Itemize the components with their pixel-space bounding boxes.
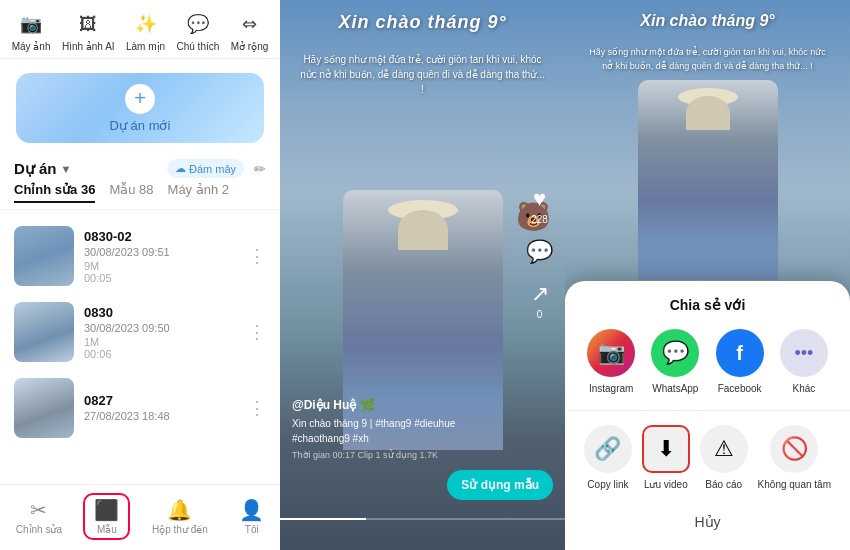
progress-fill xyxy=(280,518,366,520)
user-icon: 👤 xyxy=(239,498,264,522)
project-header: Dự án ▼ ☁ Đám mây ✏ xyxy=(0,153,280,182)
tab-edit[interactable]: Chỉnh sửa 36 xyxy=(14,182,95,203)
nav-inbox[interactable]: 🔔 Hộp thư đến xyxy=(142,494,218,539)
share-count: 0 xyxy=(537,309,543,320)
right-overlay-subtitle: Hãy sống như một đứa trẻ, cười giòn tan … xyxy=(585,46,830,73)
like-count: 228 xyxy=(531,214,548,225)
nav-edit-label: Chỉnh sửa xyxy=(16,524,62,535)
cancel-button[interactable]: Hủy xyxy=(579,506,836,530)
hashtags: Xin chào tháng 9 | #thang9 #dieuhue #cha… xyxy=(292,416,515,446)
heart-icon: ♥ xyxy=(533,186,546,212)
project-meta-2: 0827 27/08/2023 18:48 xyxy=(84,393,238,424)
tab-camera[interactable]: Máy ảnh 2 xyxy=(168,182,230,203)
share-save-video[interactable]: ⬇ Lưu video xyxy=(642,425,690,490)
template-icon: ⬛ xyxy=(94,498,119,522)
instagram-label: Instagram xyxy=(589,383,633,394)
like-button[interactable]: ♥ 228 xyxy=(531,186,548,225)
share-not-interested[interactable]: 🚫 Không quan tâm xyxy=(758,425,831,490)
new-project-label: Dự án mới xyxy=(110,118,171,133)
toolbar-expand[interactable]: ⇔ Mở rộng xyxy=(231,10,269,52)
project-thumbnail-2 xyxy=(14,378,74,438)
download-icon: ⬇ xyxy=(642,425,690,473)
nav-me[interactable]: 👤 Tôi xyxy=(229,494,274,539)
tab-template[interactable]: Mẫu 88 xyxy=(109,182,153,203)
share-copy-link[interactable]: 🔗 Copy link xyxy=(584,425,632,490)
comment-button[interactable]: 💬 xyxy=(526,239,553,267)
facebook-label: Facebook xyxy=(718,383,762,394)
project-date-1: 30/08/2023 09:50 xyxy=(84,322,238,334)
project-item-2[interactable]: 0827 27/08/2023 18:48 ⋮ xyxy=(0,370,280,446)
project-thumbnail-0 xyxy=(14,226,74,286)
scissors-icon: ✂ xyxy=(30,498,47,522)
comment-icon: 💬 xyxy=(526,239,553,265)
project-name-2: 0827 xyxy=(84,393,238,408)
project-item-1[interactable]: 0830 30/08/2023 09:50 1M 00:06 ⋮ xyxy=(0,294,280,370)
toolbar-camera-label: Máy ảnh xyxy=(12,41,51,52)
share-button[interactable]: ↗ 0 xyxy=(531,281,549,320)
copy-link-label: Copy link xyxy=(587,479,628,490)
share-facebook[interactable]: f Facebook xyxy=(716,329,764,394)
middle-overlay-subtitle: Hãy sống như một đứa trẻ, cười giòn tan … xyxy=(300,52,545,97)
share-report[interactable]: ⚠ Báo cáo xyxy=(700,425,748,490)
bottom-nav: ✂ Chỉnh sửa ⬛ Mẫu 🔔 Hộp thư đến 👤 Tôi xyxy=(0,484,280,550)
project-more-icon-1[interactable]: ⋮ xyxy=(248,321,266,343)
toolbar-caption[interactable]: 💬 Chú thích xyxy=(176,10,219,52)
nav-inbox-label: Hộp thư đến xyxy=(152,524,208,535)
project-name-0: 0830-02 xyxy=(84,229,238,244)
chevron-down-icon: ▼ xyxy=(61,163,72,175)
project-section-title: Dự án xyxy=(14,160,57,178)
project-name-1: 0830 xyxy=(84,305,238,320)
right-panel: Xin chào tháng 9° Hãy sống như một đứa t… xyxy=(565,0,850,550)
plus-icon: + xyxy=(125,84,155,114)
project-list: 0830-02 30/08/2023 09:51 9M 00:05 ⋮ 0830… xyxy=(0,210,280,484)
project-more-icon-2[interactable]: ⋮ xyxy=(248,397,266,419)
middle-overlay-title: Xin chào tháng 9° xyxy=(280,12,565,33)
more-icon: ••• xyxy=(780,329,828,377)
project-item-0[interactable]: 0830-02 30/08/2023 09:51 9M 00:05 ⋮ xyxy=(0,218,280,294)
video-info: @Diệu Huệ 🌿 Xin chào tháng 9 | #thang9 #… xyxy=(292,398,515,460)
whatsapp-label: WhatsApp xyxy=(652,383,698,394)
progress-bar xyxy=(280,518,565,520)
cloud-button[interactable]: ☁ Đám mây xyxy=(167,159,244,178)
project-duration-0: 00:05 xyxy=(84,272,238,284)
use-template-button[interactable]: Sử dụng mẫu xyxy=(447,470,553,500)
middle-panel: Xin chào tháng 9° Hãy sống như một đứa t… xyxy=(280,0,565,550)
ai-image-icon: 🖼 xyxy=(74,10,102,38)
more-label: Khác xyxy=(792,383,815,394)
username: @Diệu Huệ 🌿 xyxy=(292,398,515,412)
expand-icon: ⇔ xyxy=(235,10,263,38)
project-meta-0: 0830-02 30/08/2023 09:51 9M 00:05 xyxy=(84,229,238,284)
project-more-icon-0[interactable]: ⋮ xyxy=(248,245,266,267)
time-info: Thời gian 00:17 Clip 1 sử dụng 1.7K xyxy=(292,450,515,460)
left-panel: 📷 Máy ảnh 🖼 Hình ảnh AI ✨ Làm mịn 💬 Chú … xyxy=(0,0,280,550)
right-overlay-title: Xin chào tháng 9° xyxy=(565,12,850,30)
facebook-icon: f xyxy=(716,329,764,377)
share-more[interactable]: ••• Khác xyxy=(780,329,828,394)
report-label: Báo cáo xyxy=(705,479,742,490)
tabs-row: Chỉnh sửa 36 Mẫu 88 Máy ảnh 2 xyxy=(0,182,280,210)
nav-edit[interactable]: ✂ Chỉnh sửa xyxy=(6,494,72,539)
share-row-2: 🔗 Copy link ⬇ Lưu video ⚠ Báo cáo 🚫 Khôn… xyxy=(579,425,836,490)
nav-me-label: Tôi xyxy=(245,524,259,535)
share-sheet-title: Chia sẻ với xyxy=(579,297,836,313)
toolbar-smooth[interactable]: ✨ Làm mịn xyxy=(126,10,165,52)
top-toolbar: 📷 Máy ảnh 🖼 Hình ảnh AI ✨ Làm mịn 💬 Chú … xyxy=(0,0,280,59)
share-instagram[interactable]: 📷 Instagram xyxy=(587,329,635,394)
share-icon: ↗ xyxy=(531,281,549,307)
not-interested-label: Không quan tâm xyxy=(758,479,831,490)
instagram-icon: 📷 xyxy=(587,329,635,377)
project-duration-1: 00:06 xyxy=(84,348,238,360)
new-project-button[interactable]: + Dự án mới xyxy=(16,73,264,143)
project-thumbnail-1 xyxy=(14,302,74,362)
project-date-2: 27/08/2023 18:48 xyxy=(84,410,238,422)
toolbar-ai-image[interactable]: 🖼 Hình ảnh AI xyxy=(62,10,115,52)
toolbar-camera[interactable]: 📷 Máy ảnh xyxy=(12,10,51,52)
share-whatsapp[interactable]: 💬 WhatsApp xyxy=(651,329,699,394)
project-meta-1: 0830 30/08/2023 09:50 1M 00:06 xyxy=(84,305,238,360)
nav-template-label: Mẫu xyxy=(97,524,117,535)
right-person-figure xyxy=(638,80,778,280)
nav-template[interactable]: ⬛ Mẫu xyxy=(83,493,130,540)
block-icon: 🚫 xyxy=(770,425,818,473)
share-sheet: Chia sẻ với 📷 Instagram 💬 WhatsApp f Fac… xyxy=(565,281,850,550)
edit-icon[interactable]: ✏ xyxy=(254,161,266,177)
